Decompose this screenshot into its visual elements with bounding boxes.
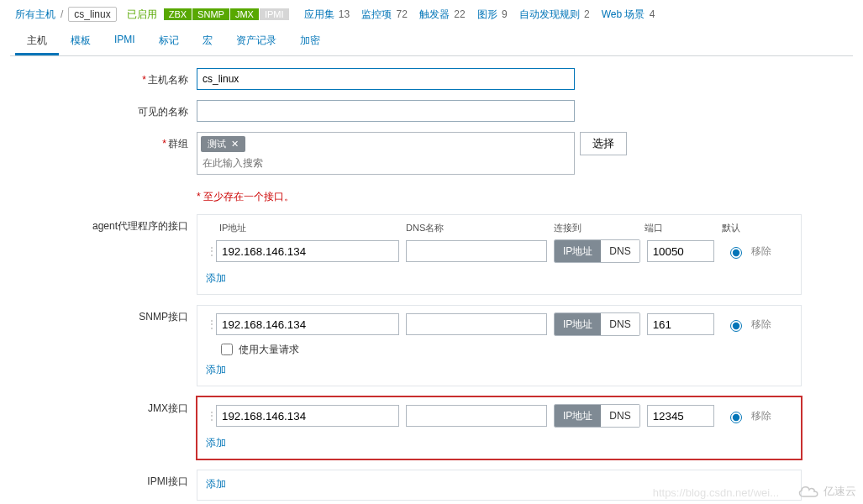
tab-templates[interactable]: 模板: [59, 29, 103, 55]
agent-dns-input[interactable]: [406, 240, 547, 262]
tag-ipmi: IPMI: [259, 8, 289, 20]
form-tabs: 主机 模板 IPMI 标记 宏 资产记录 加密: [10, 29, 853, 56]
tag-snmp: SNMP: [192, 8, 229, 20]
drag-handle-icon[interactable]: ⋮⋮: [206, 244, 216, 258]
agent-add-link[interactable]: 添加: [206, 271, 226, 286]
availability-tags: ZBX SNMP JMX IPMI: [164, 8, 289, 20]
label-hostname: *主机名称: [10, 68, 197, 87]
watermark-brand: 亿速云: [797, 484, 856, 499]
jmx-remove-link[interactable]: 移除: [751, 409, 771, 423]
jmx-ip-input[interactable]: [216, 405, 399, 427]
snmp-bulk-label: 使用大量请求: [239, 343, 299, 357]
jmx-add-link[interactable]: 添加: [206, 436, 226, 450]
breadcrumb-current: cs_linux: [68, 7, 116, 22]
link-items[interactable]: 监控项: [361, 8, 392, 20]
groups-multiselect[interactable]: 测试 ✕: [197, 132, 575, 175]
agent-conn-dns-button[interactable]: DNS: [601, 240, 639, 262]
tab-encryption[interactable]: 加密: [288, 29, 332, 55]
snmp-conn-dns-button[interactable]: DNS: [601, 313, 639, 335]
jmx-port-input[interactable]: [647, 405, 714, 427]
jmx-interface-row: ⋮⋮ IP地址 DNS 移除: [206, 404, 792, 428]
agent-port-input[interactable]: [647, 240, 714, 262]
label-agent-interface: agent代理程序的接口: [10, 214, 197, 234]
tag-jmx: JMX: [229, 8, 259, 20]
col-port: 端口: [645, 222, 722, 234]
group-tag-label: 测试: [208, 138, 226, 150]
ipmi-add-link[interactable]: 添加: [206, 477, 226, 491]
tag-zbx: ZBX: [164, 8, 192, 20]
jmx-conn-dns-button[interactable]: DNS: [601, 405, 639, 427]
snmp-dns-input[interactable]: [406, 313, 547, 335]
label-visible-name: 可见的名称: [10, 100, 197, 119]
label-jmx-interface: JMX接口: [10, 396, 197, 416]
label-snmp-interface: SNMP接口: [10, 305, 197, 324]
snmp-port-input[interactable]: [647, 313, 714, 335]
tab-host[interactable]: 主机: [15, 29, 59, 55]
agent-remove-link[interactable]: 移除: [751, 244, 771, 259]
snmp-bulk-checkbox[interactable]: [221, 344, 233, 355]
jmx-dns-input[interactable]: [406, 405, 547, 427]
agent-conn-ip-button[interactable]: IP地址: [555, 240, 601, 262]
snmp-default-radio[interactable]: [730, 320, 742, 332]
col-default: 默认: [722, 222, 781, 234]
host-header: 所有主机 / cs_linux 已启用 ZBX SNMP JMX IPMI 应用…: [10, 5, 853, 29]
drag-handle-icon[interactable]: ⋮⋮: [206, 318, 216, 331]
visible-name-input[interactable]: [197, 100, 575, 122]
status-enabled: 已启用: [127, 8, 157, 22]
hostname-input[interactable]: [197, 68, 575, 90]
drag-handle-icon[interactable]: ⋮⋮: [206, 409, 216, 423]
link-triggers[interactable]: 触发器: [419, 8, 450, 20]
snmp-ip-input[interactable]: [216, 313, 399, 335]
groups-select-button[interactable]: 选择: [580, 132, 627, 155]
col-conn: 连接到: [554, 222, 645, 234]
cloud-icon: [797, 484, 820, 499]
link-applications[interactable]: 应用集: [304, 8, 334, 20]
group-tag-remove-icon[interactable]: ✕: [231, 139, 239, 150]
watermark-url: https://blog.csdn.net/wei...: [653, 486, 779, 499]
snmp-interface-block: ⋮⋮ IP地址 DNS 移除 使用大量请求 添加: [197, 305, 802, 386]
link-graphs[interactable]: 图形: [477, 8, 497, 20]
snmp-conn-ip-button[interactable]: IP地址: [555, 313, 601, 335]
link-web[interactable]: Web 场景: [602, 8, 645, 20]
col-ip: IP地址: [216, 222, 406, 234]
label-groups: *群组: [10, 132, 197, 151]
jmx-default-radio[interactable]: [730, 412, 742, 423]
tab-macros[interactable]: 宏: [191, 29, 224, 55]
agent-interface-block: IP地址 DNS名称 连接到 端口 默认 ⋮⋮ IP地址 DNS: [197, 214, 802, 295]
agent-ip-input[interactable]: [216, 240, 399, 262]
tab-tags[interactable]: 标记: [147, 29, 191, 55]
groups-search-input[interactable]: [201, 155, 571, 171]
interface-hint: * 至少存在一个接口。: [197, 190, 853, 204]
tab-inventory[interactable]: 资产记录: [224, 29, 288, 55]
snmp-interface-row: ⋮⋮ IP地址 DNS 移除: [206, 312, 792, 336]
label-ipmi-interface: IPMI接口: [10, 470, 197, 489]
entity-counts: 应用集 13 监控项 72 触发器 22 图形 9 自动发现规则 2 Web 场…: [304, 8, 655, 22]
snmp-remove-link[interactable]: 移除: [751, 318, 771, 332]
jmx-conn-ip-button[interactable]: IP地址: [555, 405, 601, 427]
jmx-interface-block: ⋮⋮ IP地址 DNS 移除 添加: [197, 396, 802, 459]
group-tag[interactable]: 测试 ✕: [201, 136, 245, 152]
breadcrumb-all-hosts[interactable]: 所有主机: [15, 8, 55, 22]
agent-default-radio[interactable]: [730, 247, 742, 259]
agent-interface-row: ⋮⋮ IP地址 DNS 移除: [206, 239, 792, 263]
link-discovery[interactable]: 自动发现规则: [519, 8, 580, 20]
breadcrumb-separator: /: [61, 8, 63, 20]
snmp-add-link[interactable]: 添加: [206, 363, 226, 377]
col-dns: DNS名称: [406, 222, 554, 234]
tab-ipmi[interactable]: IPMI: [103, 29, 147, 55]
